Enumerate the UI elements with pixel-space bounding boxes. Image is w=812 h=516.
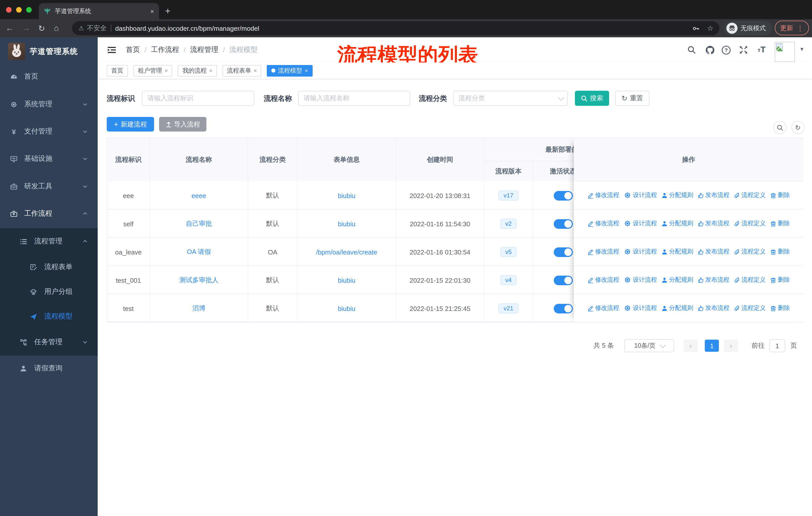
avatar-caret-icon[interactable]: ▼	[800, 46, 805, 52]
form-info-link[interactable]: biubiu	[338, 220, 355, 227]
cell-process-name-link[interactable]: 滔博	[150, 294, 248, 323]
update-button[interactable]: 更新 ⋮	[775, 21, 809, 35]
action-修改流程[interactable]: 修改流程	[587, 304, 619, 313]
close-window-button[interactable]	[6, 7, 11, 12]
sidebar-item-流程模型[interactable]: 流程模型	[0, 309, 98, 324]
cell-process-name-link[interactable]: 测试多审批人	[150, 266, 248, 294]
import-process-button[interactable]: 导入流程	[159, 117, 206, 132]
page-size-select[interactable]: 10条/页	[624, 339, 674, 352]
url-bar[interactable]: ⚠ 不安全 dashboard.yudao.iocoder.cn/bpm/man…	[72, 21, 719, 35]
cell-form-link[interactable]: biubiu	[297, 294, 396, 323]
sidebar-item-任务管理[interactable]: 任务管理	[0, 335, 98, 349]
tag-close-icon[interactable]: ×	[209, 67, 212, 74]
github-icon[interactable]	[704, 44, 715, 55]
action-删除[interactable]: 删除	[770, 247, 790, 256]
process-name-link[interactable]: 自己审批	[186, 219, 212, 228]
cell-process-name-link[interactable]: eeee	[150, 182, 248, 210]
tag-租户管理[interactable]: 租户管理×	[134, 65, 172, 76]
sidebar-item-流程管理[interactable]: 流程管理	[0, 234, 98, 248]
security-warning-icon[interactable]: ⚠	[79, 25, 84, 32]
action-修改流程[interactable]: 修改流程	[587, 191, 619, 199]
action-发布流程[interactable]: 发布流程	[698, 191, 729, 199]
action-流程定义[interactable]: 流程定义	[734, 191, 766, 199]
tag-我的流程[interactable]: 我的流程×	[178, 65, 217, 76]
cell-form-link[interactable]: biubiu	[297, 210, 396, 238]
home-icon[interactable]: ⌂	[54, 24, 59, 33]
logo[interactable]: 芋道管理系统	[8, 43, 78, 60]
action-发布流程[interactable]: 发布流程	[698, 247, 729, 256]
action-分配规则[interactable]: 分配规则	[662, 247, 693, 256]
action-分配规则[interactable]: 分配规则	[662, 191, 693, 199]
breadcrumb-process-mgmt[interactable]: 流程管理	[190, 45, 219, 54]
search-icon[interactable]	[686, 44, 697, 55]
sidebar-item-请假查询[interactable]: 请假查询	[0, 361, 98, 375]
url-text[interactable]: dashboard.yudao.iocoder.cn/bpm/manager/m…	[115, 24, 259, 32]
tag-close-icon[interactable]: ×	[305, 67, 308, 74]
cell-form-link[interactable]: biubiu	[297, 182, 396, 210]
action-发布流程[interactable]: 发布流程	[698, 219, 729, 228]
current-page[interactable]: 1	[705, 340, 719, 352]
cell-process-name-link[interactable]: OA 请假	[150, 238, 248, 266]
tag-流程表单[interactable]: 流程表单×	[223, 65, 262, 76]
goto-page-input[interactable]: 1	[769, 339, 785, 352]
tag-close-icon[interactable]: ×	[165, 67, 168, 74]
sidebar-item-流程表单[interactable]: 流程表单	[0, 260, 98, 274]
bookmark-star-icon[interactable]: ☆	[707, 24, 713, 32]
active-toggle[interactable]	[554, 247, 573, 257]
breadcrumb-home[interactable]: 首页	[126, 45, 140, 54]
process-name-link[interactable]: 测试多审批人	[179, 276, 219, 285]
sidebar-item-工作流程[interactable]: 工作流程	[0, 207, 98, 221]
cell-process-name-link[interactable]: 自己审批	[150, 210, 248, 238]
filter-input-name[interactable]: 请输入流程名称	[298, 91, 410, 106]
action-修改流程[interactable]: 修改流程	[587, 219, 619, 228]
tab-close-icon[interactable]: ×	[150, 7, 154, 15]
update-label[interactable]: 更新	[780, 23, 793, 32]
filter-input-key[interactable]: 请输入流程标识	[142, 91, 254, 106]
tag-流程模型[interactable]: 流程模型×	[267, 65, 313, 76]
sidebar-item-用户分组[interactable]: 用户分组	[0, 285, 98, 299]
action-删除[interactable]: 删除	[770, 276, 790, 284]
collapse-sidebar-icon[interactable]	[107, 45, 117, 55]
back-icon[interactable]: ←	[5, 24, 13, 33]
table-search-icon[interactable]	[773, 121, 786, 134]
action-修改流程[interactable]: 修改流程	[587, 276, 619, 284]
fullscreen-icon[interactable]	[738, 44, 749, 55]
next-page-button[interactable]: ›	[724, 340, 738, 352]
key-icon[interactable]	[692, 24, 700, 32]
prev-page-button[interactable]: ‹	[684, 340, 698, 352]
action-设计流程[interactable]: 设计流程	[624, 247, 657, 256]
action-分配规则[interactable]: 分配规则	[662, 219, 693, 228]
active-toggle[interactable]	[554, 275, 573, 285]
action-设计流程[interactable]: 设计流程	[624, 191, 657, 199]
search-button[interactable]: 搜索	[575, 91, 609, 106]
cell-form-link[interactable]: /bpm/oa/leave/create	[297, 238, 396, 266]
help-icon[interactable]: ?	[720, 44, 731, 55]
process-name-link[interactable]: 滔博	[192, 304, 205, 313]
action-删除[interactable]: 删除	[770, 304, 790, 313]
filter-select-category[interactable]: 流程分类	[453, 91, 568, 106]
action-删除[interactable]: 删除	[770, 219, 790, 228]
action-设计流程[interactable]: 设计流程	[624, 304, 657, 313]
action-流程定义[interactable]: 流程定义	[734, 304, 766, 313]
action-删除[interactable]: 删除	[770, 191, 790, 199]
action-分配规则[interactable]: 分配规则	[662, 304, 693, 313]
breadcrumb-workflow[interactable]: 工作流程	[151, 45, 179, 54]
action-修改流程[interactable]: 修改流程	[587, 247, 619, 256]
active-toggle[interactable]	[554, 191, 573, 200]
active-toggle[interactable]	[554, 304, 573, 313]
action-流程定义[interactable]: 流程定义	[734, 276, 766, 284]
create-process-button[interactable]: + 新建流程	[107, 117, 154, 132]
browser-menu-dots-icon[interactable]: ⋮	[796, 24, 804, 32]
sidebar-item-支付管理[interactable]: ¥支付管理	[0, 125, 98, 139]
tag-close-icon[interactable]: ×	[254, 67, 257, 74]
minimize-window-button[interactable]	[16, 7, 22, 12]
sidebar-item-系统管理[interactable]: 系统管理	[0, 97, 98, 111]
avatar[interactable]	[775, 42, 795, 62]
process-name-link[interactable]: OA 请假	[187, 247, 211, 256]
active-toggle[interactable]	[554, 219, 573, 228]
action-设计流程[interactable]: 设计流程	[624, 276, 657, 284]
form-info-link[interactable]: biubiu	[338, 192, 355, 199]
new-tab-button[interactable]: +	[165, 5, 170, 17]
form-info-link[interactable]: /bpm/oa/leave/create	[316, 248, 377, 256]
action-流程定义[interactable]: 流程定义	[734, 247, 766, 256]
